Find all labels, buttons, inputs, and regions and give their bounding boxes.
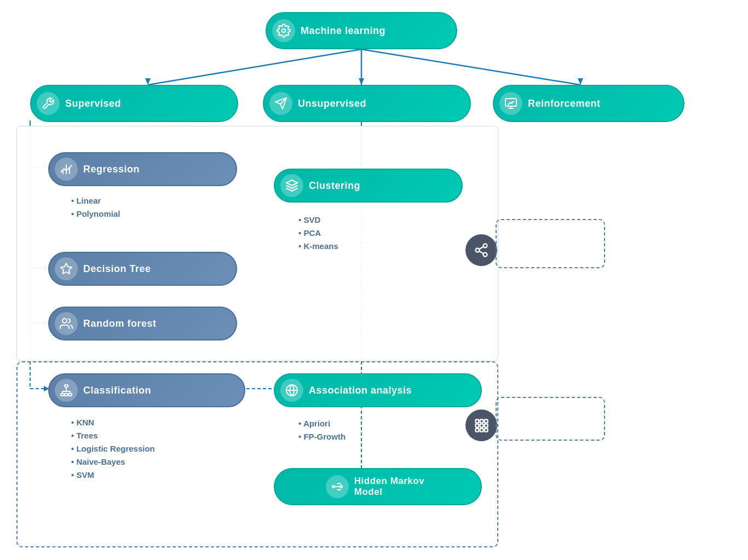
classification-node: Classification [48,373,245,407]
unsupervised-node: Unsupervised [263,85,471,122]
machine-learning-label: Machine learning [301,25,385,37]
class-item-5: SVM [71,469,155,482]
hierarchy-icon [55,379,78,402]
tree-icon [55,257,78,280]
svg-point-34 [62,319,67,323]
svg-rect-43 [65,394,68,396]
svg-line-39 [479,251,484,254]
svg-line-2 [361,49,580,85]
unsupervised-label: Unsupervised [298,98,366,109]
association-analysis-label: Association analysis [309,385,412,396]
svg-rect-49 [485,420,488,423]
svg-rect-55 [485,429,488,432]
class-item-1: KNN [71,416,155,429]
clustering-item-1: SVD [298,213,338,227]
assoc-item-1: Apriori [298,417,346,430]
svg-line-40 [479,247,484,250]
machine-learning-node: Machine learning [266,12,457,49]
svg-marker-4 [359,78,364,85]
svg-line-0 [148,49,361,85]
class-item-2: Trees [71,429,155,442]
reinforcement-label: Reinforcement [528,98,601,109]
svg-rect-47 [476,420,479,423]
regression-item-2: Polynomial [71,207,120,221]
clustering-list: SVD PCA K-means [298,213,338,253]
svg-rect-52 [485,424,488,428]
svg-marker-35 [286,180,297,186]
svg-rect-50 [476,424,479,428]
diagram-container: Machine learning Supervised Unsupervised [0,0,748,560]
clustering-node: Clustering [274,169,463,203]
hidden-markov-label: Hidden Markov [354,476,424,487]
dashed-box-bottom-right [496,397,605,441]
random-forest-node: Random forest [48,307,237,340]
monitor-icon [499,92,522,115]
svg-rect-54 [480,429,484,432]
svg-rect-53 [476,429,479,432]
clustering-item-3: K-means [298,240,338,253]
gear-icon [272,19,295,42]
class-item-4: Naive-Bayes [71,455,155,469]
association-analysis-node: Association analysis [274,373,482,407]
hidden-markov-label2: Model [354,487,424,498]
network-icon [280,379,303,402]
svg-point-24 [282,29,286,33]
svg-marker-33 [61,263,72,274]
layers-icon [280,174,303,197]
regression-list: Linear Polynomial [71,194,120,221]
svg-rect-51 [480,424,484,428]
classification-list: KNN Trees Logistic Regression Naive-Baye… [71,416,155,482]
supervised-label: Supervised [65,98,121,109]
path-icon [326,475,349,498]
regression-item-1: Linear [71,194,120,207]
wrench-icon [37,92,60,115]
paper-plane-icon [269,92,292,115]
svg-rect-48 [480,420,484,423]
dashed-box-top-right [496,219,605,268]
svg-marker-5 [578,78,583,85]
regression-node: Regression [48,152,237,186]
regression-label: Regression [83,164,140,175]
svg-marker-3 [145,78,151,85]
clustering-item-2: PCA [298,227,338,240]
supervised-node: Supervised [30,85,238,122]
grid-icon-circle [465,409,497,441]
classification-label: Classification [83,385,151,396]
decision-tree-label: Decision Tree [83,263,151,275]
reinforcement-node: Reinforcement [493,85,684,122]
chart-icon [55,158,78,181]
hidden-markov-node: Hidden Markov Model [274,468,482,505]
decision-tree-node: Decision Tree [48,252,237,286]
share-icon-circle [465,234,497,266]
forest-icon [55,312,78,335]
association-list: Apriori FP-Growth [298,417,346,443]
class-item-3: Logistic Regression [71,442,155,455]
clustering-label: Clustering [309,180,360,192]
assoc-item-2: FP-Growth [298,430,346,443]
random-forest-label: Random forest [83,318,157,330]
